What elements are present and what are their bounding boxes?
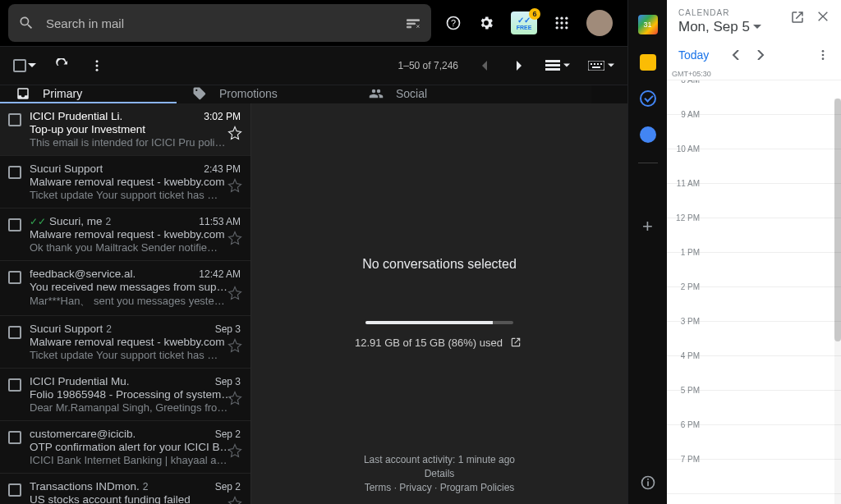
- rail-keep-icon[interactable]: [640, 54, 656, 71]
- refresh-icon[interactable]: [54, 57, 71, 74]
- star-icon[interactable]: [227, 126, 242, 140]
- email-list[interactable]: ICICI Prudential Li.3:02 PMTop-up your I…: [0, 103, 250, 504]
- tab-promotions[interactable]: Promotions: [177, 85, 353, 103]
- calendar-open-icon[interactable]: [790, 10, 805, 25]
- category-tabs: Primary Promotions Social: [0, 85, 591, 103]
- calendar-grid[interactable]: 8 AM9 AM10 AM11 AM12 PM1 PM2 PM3 PM4 PM5…: [667, 80, 841, 504]
- svg-text:?: ?: [451, 18, 456, 28]
- empty-state-text: No conversations selected: [362, 257, 517, 272]
- calendar-date[interactable]: Mon, Sep 5: [678, 19, 790, 35]
- svg-point-4: [565, 17, 568, 20]
- hour-label: 4 PM: [667, 351, 705, 390]
- calendar-panel: CALENDAR Mon, Sep 5 Today GMT+05:30 8 AM…: [667, 0, 841, 504]
- search-box[interactable]: [8, 4, 431, 42]
- more-icon[interactable]: [89, 57, 105, 74]
- tab-social[interactable]: Social: [353, 85, 530, 103]
- cal-next-icon[interactable]: [756, 50, 765, 60]
- cal-prev-icon[interactable]: [732, 50, 740, 60]
- today-button[interactable]: Today: [678, 48, 709, 62]
- open-in-new-icon[interactable]: [508, 334, 524, 351]
- settings-icon[interactable]: [478, 15, 494, 31]
- rail-contacts-icon[interactable]: [640, 126, 656, 143]
- reading-footer: Last account activity: 1 minute ago Deta…: [251, 451, 627, 496]
- storage-fill: [365, 321, 493, 324]
- cal-more-icon[interactable]: [816, 48, 830, 62]
- calendar-scrollbar[interactable]: [834, 99, 841, 504]
- email-snippet: Dear Mr.Ramanpal Singh, Greetings fro…: [30, 401, 241, 414]
- search-options-icon[interactable]: [405, 15, 421, 31]
- storage-text[interactable]: 12.91 GB of 15 GB (86%) used: [355, 334, 524, 351]
- calendar-close-icon[interactable]: [816, 10, 830, 25]
- email-row[interactable]: Sucuri Support2:43 PMMalware removal req…: [0, 156, 250, 208]
- email-snippet: Ticket update Your support ticket has …: [30, 189, 241, 201]
- free-badge[interactable]: ✓✓ FREE 6: [511, 11, 537, 34]
- star-icon[interactable]: [227, 231, 242, 245]
- thread-count: 2: [143, 481, 149, 493]
- svg-point-2: [556, 17, 558, 20]
- svg-point-26: [822, 50, 825, 53]
- mail-app: ? ✓✓ FREE 6: [0, 0, 627, 504]
- tag-icon: [191, 85, 208, 102]
- email-checkbox[interactable]: [8, 431, 21, 444]
- hour-label: 3 PM: [667, 317, 705, 355]
- reading-pane: No conversations selected 12.91 GB of 15…: [251, 103, 627, 504]
- account-avatar[interactable]: [586, 10, 613, 36]
- scrollbar-thumb[interactable]: [834, 99, 841, 341]
- caret-down-icon[interactable]: [28, 62, 36, 70]
- star-icon[interactable]: [227, 443, 242, 458]
- svg-rect-24: [647, 481, 649, 486]
- email-snippet: Ticket update Your support ticket has …: [30, 349, 241, 361]
- policies-link[interactable]: Program Policies: [440, 482, 515, 493]
- rail-tasks-icon[interactable]: [640, 90, 656, 107]
- email-snippet: This email is intended for ICICI Pru pol…: [30, 136, 241, 149]
- rail-separator: [638, 163, 658, 163]
- hour-label: 12 PM: [667, 213, 705, 252]
- svg-rect-16: [545, 68, 560, 71]
- email-row[interactable]: Transactions INDmon.2Sep 2US stocks acco…: [0, 474, 250, 504]
- email-checkbox[interactable]: [8, 166, 21, 179]
- prev-page-icon[interactable]: [476, 57, 493, 74]
- email-row[interactable]: feedback@service.al.12:42 AMYou received…: [0, 261, 250, 316]
- star-icon[interactable]: [227, 338, 242, 353]
- email-row[interactable]: ✓✓Sucuri, me211:53 AMMalware removal req…: [0, 208, 250, 261]
- email-checkbox[interactable]: [8, 326, 21, 339]
- email-checkbox[interactable]: [8, 378, 21, 392]
- privacy-link[interactable]: Privacy: [399, 482, 431, 493]
- mail-toolbar: 1–50 of 7,246: [0, 46, 627, 85]
- email-row[interactable]: Sucuri Support2Sep 3Malware removal requ…: [0, 316, 250, 369]
- rail-add-icon[interactable]: +: [642, 216, 653, 237]
- apps-icon[interactable]: [554, 15, 570, 31]
- rail-calendar-icon[interactable]: 31: [638, 15, 658, 34]
- search-input[interactable]: [46, 16, 405, 30]
- terms-link[interactable]: Terms: [365, 482, 392, 493]
- details-link[interactable]: Details: [425, 468, 455, 479]
- email-checkbox[interactable]: [8, 271, 21, 284]
- info-icon[interactable]: [640, 474, 656, 491]
- select-all[interactable]: [13, 59, 36, 72]
- email-row[interactable]: ICICI Prudential Li.3:02 PMTop-up your I…: [0, 103, 250, 156]
- star-icon[interactable]: [227, 286, 242, 300]
- thread-count: 2: [106, 216, 112, 227]
- tab-promotions-label: Promotions: [219, 87, 278, 100]
- star-icon[interactable]: [227, 496, 242, 504]
- star-icon[interactable]: [227, 391, 242, 405]
- email-subject: OTP confirmation alert for your ICICI B…: [30, 441, 241, 453]
- email-sender: Sucuri, me: [49, 215, 103, 227]
- email-row[interactable]: customercare@icicib.Sep 2OTP confirmatio…: [0, 421, 250, 474]
- email-checkbox[interactable]: [8, 218, 21, 231]
- help-icon[interactable]: ?: [445, 15, 462, 31]
- tab-primary[interactable]: Primary: [0, 85, 177, 103]
- input-tools-toggle[interactable]: [588, 61, 614, 71]
- svg-rect-25: [647, 479, 649, 480]
- activity-text: Last account activity: 1 minute ago: [251, 454, 627, 465]
- email-checkbox[interactable]: [8, 113, 21, 126]
- email-time: 12:42 AM: [199, 268, 241, 280]
- email-row[interactable]: ICICI Prudential Mu.Sep 3Folio 19865948 …: [0, 369, 250, 421]
- star-icon[interactable]: [227, 178, 242, 193]
- email-checkbox[interactable]: [8, 483, 21, 497]
- hour-label: 6 PM: [667, 420, 705, 459]
- next-page-icon[interactable]: [511, 57, 527, 74]
- hour-row[interactable]: 7 PM: [667, 460, 841, 494]
- select-all-checkbox[interactable]: [13, 59, 26, 72]
- split-pane-toggle[interactable]: [545, 60, 570, 71]
